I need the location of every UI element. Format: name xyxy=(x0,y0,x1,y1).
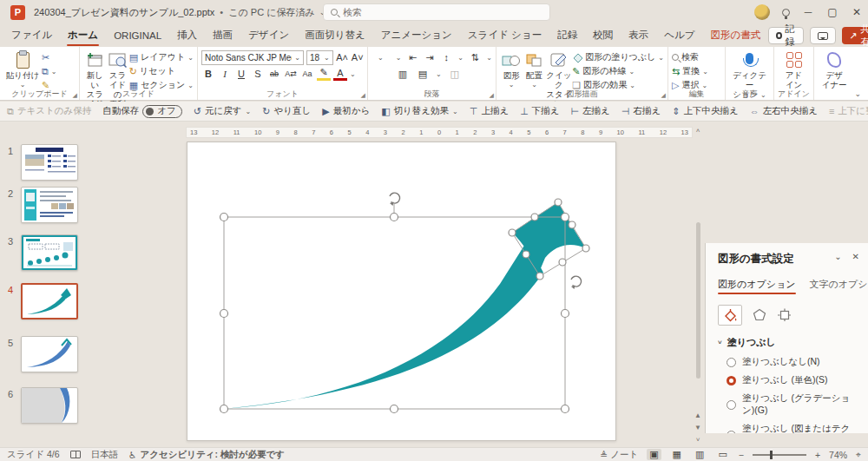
cut-button[interactable]: ✂ xyxy=(42,51,57,63)
spell-check-icon[interactable] xyxy=(70,451,81,458)
tab-挿入[interactable]: 挿入 xyxy=(169,24,205,47)
tab-スライド ショー[interactable]: スライド ショー xyxy=(460,24,549,47)
fill-option-2[interactable]: 塗りつぶし (グラデーション)(G) xyxy=(727,392,858,417)
collapse-ribbon-chevron-icon[interactable]: ⌄ xyxy=(854,89,861,98)
previous-slide-button[interactable]: ▲ xyxy=(693,412,703,419)
arrowhead-rotate-handle-icon[interactable] xyxy=(571,276,582,289)
fill-section-header[interactable]: ˅塗りつぶし xyxy=(718,336,858,349)
fill-option-0[interactable]: 塗りつぶしなし(N) xyxy=(727,356,858,368)
slide-indicator[interactable]: スライド 4/6 xyxy=(7,449,60,461)
clipboard-dialog-launcher[interactable]: ◢ xyxy=(73,92,77,99)
tab-表示[interactable]: 表示 xyxy=(621,24,656,47)
close-button[interactable]: ✕ xyxy=(851,6,863,18)
zoom-slider-thumb[interactable] xyxy=(770,451,773,459)
quickbar-transition-effect-icon[interactable]: ◧切り替え効果⌄ xyxy=(381,105,458,117)
arrange-button[interactable]: 配置⌄ xyxy=(523,49,545,89)
quick-styles-button[interactable]: クイックスタイル ⌄ xyxy=(546,49,572,109)
text-shadow-button[interactable]: S xyxy=(251,69,265,79)
layout-button[interactable]: ▤レイアウト⌄ xyxy=(129,51,194,63)
tab-図形の書式[interactable]: 図形の書式 xyxy=(702,24,768,47)
powerpoint-app-icon[interactable]: P xyxy=(10,5,25,20)
tab-shape-options[interactable]: 図形のオプション xyxy=(718,278,796,294)
reading-view-button[interactable]: ▥ xyxy=(693,449,707,460)
slide-sorter-view-button[interactable]: ▦ xyxy=(670,449,684,460)
drawing-dialog-launcher[interactable]: ◢ xyxy=(661,92,666,99)
decrease-font-size-button[interactable]: A˅ xyxy=(351,52,364,63)
save-status[interactable]: この PC に保存済み xyxy=(228,6,314,19)
quickbar-distribute-vertical-icon[interactable]: ≡上下に整列 xyxy=(829,105,868,117)
scroll-up-icon[interactable]: ˄ xyxy=(693,127,703,135)
quickbar-keep-text-only-icon[interactable]: ⧉テキストのみ保持 xyxy=(7,105,91,117)
copy-button[interactable]: ⧉⌄ xyxy=(42,65,57,77)
shape-fill-button[interactable]: 図形の塗りつぶし⌄ xyxy=(572,51,664,63)
designer-button[interactable]: デザイナー xyxy=(818,49,851,90)
panel-close-icon[interactable]: ✕ xyxy=(852,252,859,261)
rotate-handle-icon[interactable] xyxy=(390,193,400,206)
italic-button[interactable]: I xyxy=(218,69,232,79)
tab-校閲[interactable]: 校閲 xyxy=(585,24,621,47)
tab-記録[interactable]: 記録 xyxy=(549,24,585,47)
curved-arrow-body-shape[interactable] xyxy=(224,241,543,409)
language-indicator[interactable]: 日本語 xyxy=(91,449,119,461)
zoom-in-button[interactable]: + xyxy=(815,450,820,460)
increase-indent-button[interactable]: ⇥ xyxy=(424,52,435,63)
line-spacing-button[interactable]: ↕ xyxy=(441,52,451,63)
quickbar-align-right-icon[interactable]: ⊣右揃え xyxy=(621,105,661,117)
text-highlight-button[interactable]: ✎ xyxy=(317,67,331,81)
font-color-button[interactable]: A xyxy=(333,68,347,81)
quickbar-undo-icon[interactable]: ↺元に戻す⌄ xyxy=(194,105,251,117)
align-text-button[interactable]: ▤ xyxy=(416,69,430,80)
character-spacing-button[interactable]: A⇄ xyxy=(284,69,298,78)
quickbar-autosave-toggle[interactable]: 自動保存オフ xyxy=(102,105,182,118)
decrease-indent-button[interactable]: ⇤ xyxy=(407,52,418,63)
tab-ヘルプ[interactable]: ヘルプ xyxy=(656,24,702,47)
slide-thumbnail-1[interactable]: 1 xyxy=(0,144,95,181)
smartart-convert-button[interactable]: ◫ xyxy=(448,69,462,80)
tab-ORIGINAL[interactable]: ORIGINAL xyxy=(106,26,169,46)
autosave-toggle[interactable]: オフ xyxy=(142,105,182,118)
tab-ホーム[interactable]: ホーム xyxy=(60,24,106,47)
quickbar-align-center-icon[interactable]: ⇔左右中央揃え xyxy=(750,105,818,117)
maximize-button[interactable]: ▢ xyxy=(826,6,838,18)
horizontal-ruler[interactable]: 13121110987654321012345678910111213 xyxy=(186,127,693,138)
text-direction-button[interactable]: ⇅ xyxy=(470,52,480,63)
fill-and-line-icon-button[interactable] xyxy=(718,305,742,326)
size-properties-icon-button[interactable] xyxy=(777,308,792,323)
slide-thumbnail-4[interactable]: 4 xyxy=(0,283,95,319)
quickbar-from-beginning-icon[interactable]: ▶最初から xyxy=(322,105,370,117)
quickbar-redo-icon[interactable]: ↻やり直し xyxy=(262,105,311,117)
bold-button[interactable]: B xyxy=(201,69,215,79)
font-dialog-launcher[interactable]: ◢ xyxy=(361,92,365,99)
slide-thumbnail-2[interactable]: 2 xyxy=(0,187,95,223)
tab-描画[interactable]: 描画 xyxy=(205,24,240,47)
reset-button[interactable]: ↻リセット xyxy=(129,65,194,77)
tab-デザイン[interactable]: デザイン xyxy=(240,24,297,47)
quickbar-align-middle-icon[interactable]: ⇕上下中央揃え xyxy=(672,105,738,117)
paragraph-dialog-launcher[interactable]: ◢ xyxy=(490,92,494,99)
tab-ファイル[interactable]: ファイル xyxy=(3,24,60,47)
panel-chevron-down-icon[interactable]: ⌄ xyxy=(834,252,841,261)
zoom-level[interactable]: 74% xyxy=(829,450,847,460)
shape-outline-button[interactable]: ✎図形の枠線⌄ xyxy=(572,65,664,77)
fit-to-window-icon[interactable]: ⌖ xyxy=(856,449,861,460)
share-button[interactable]: ↗共有⌄ xyxy=(842,27,868,44)
shapes-button[interactable]: 図形⌄ xyxy=(500,49,523,89)
quickbar-align-left-icon[interactable]: ⊢左揃え xyxy=(571,105,610,117)
minimize-button[interactable]: ─ xyxy=(802,6,814,18)
scrollbar-thumb[interactable] xyxy=(696,222,700,379)
slide-thumbnail-6[interactable]: 6 xyxy=(0,387,95,424)
tab-text-options[interactable]: 文字のオプション xyxy=(810,278,868,294)
zoom-out-button[interactable]: − xyxy=(739,450,744,460)
accessibility-status[interactable]: ♿アクセシビリティ: 検討が必要です xyxy=(128,449,285,461)
strikethrough-button[interactable]: ab xyxy=(267,69,281,78)
search-input[interactable]: 検索 xyxy=(323,3,550,21)
slideshow-view-button[interactable]: ▭ xyxy=(715,449,729,460)
comments-button[interactable] xyxy=(810,27,836,44)
change-case-button[interactable]: Aa xyxy=(300,69,314,78)
addins-button[interactable]: アドイン xyxy=(778,49,810,90)
fill-option-1[interactable]: 塗りつぶし (単色)(S) xyxy=(727,374,858,386)
normal-view-button[interactable]: ▣ xyxy=(647,449,661,460)
next-slide-button[interactable]: ▼ xyxy=(693,424,703,431)
user-avatar[interactable] xyxy=(754,4,770,20)
notes-button[interactable]: ≜ノート xyxy=(600,449,638,461)
